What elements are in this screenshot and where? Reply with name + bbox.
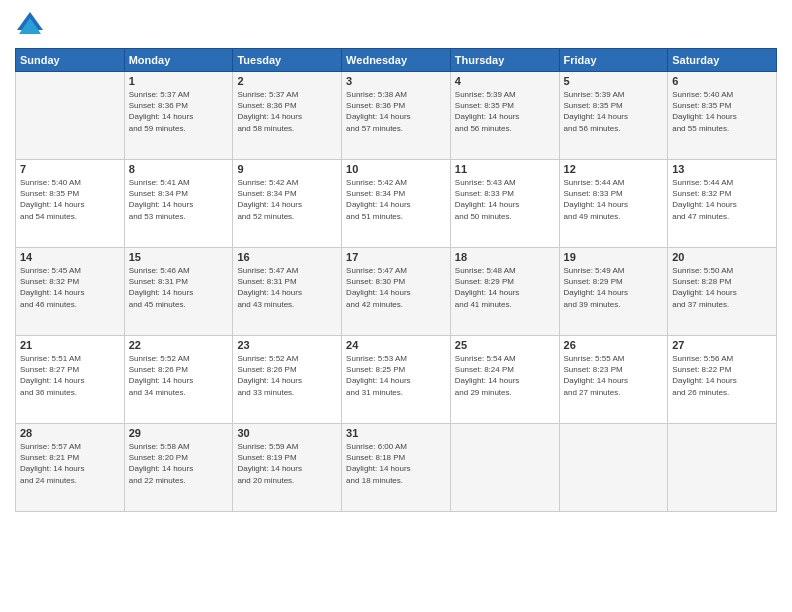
week-row-2: 7Sunrise: 5:40 AM Sunset: 8:35 PM Daylig…: [16, 160, 777, 248]
weekday-tuesday: Tuesday: [233, 49, 342, 72]
weekday-monday: Monday: [124, 49, 233, 72]
day-number: 21: [20, 339, 120, 351]
day-number: 12: [564, 163, 664, 175]
day-info: Sunrise: 5:37 AM Sunset: 8:36 PM Dayligh…: [237, 89, 337, 134]
day-number: 24: [346, 339, 446, 351]
weekday-sunday: Sunday: [16, 49, 125, 72]
day-info: Sunrise: 5:55 AM Sunset: 8:23 PM Dayligh…: [564, 353, 664, 398]
day-info: Sunrise: 5:39 AM Sunset: 8:35 PM Dayligh…: [564, 89, 664, 134]
weekday-saturday: Saturday: [668, 49, 777, 72]
day-number: 7: [20, 163, 120, 175]
day-info: Sunrise: 5:47 AM Sunset: 8:31 PM Dayligh…: [237, 265, 337, 310]
weekday-wednesday: Wednesday: [342, 49, 451, 72]
day-number: 9: [237, 163, 337, 175]
calendar-cell: [668, 424, 777, 512]
calendar-cell: 21Sunrise: 5:51 AM Sunset: 8:27 PM Dayli…: [16, 336, 125, 424]
calendar-cell: 29Sunrise: 5:58 AM Sunset: 8:20 PM Dayli…: [124, 424, 233, 512]
day-info: Sunrise: 5:50 AM Sunset: 8:28 PM Dayligh…: [672, 265, 772, 310]
logo-icon: [15, 10, 45, 40]
day-info: Sunrise: 5:56 AM Sunset: 8:22 PM Dayligh…: [672, 353, 772, 398]
weekday-thursday: Thursday: [450, 49, 559, 72]
calendar-cell: 2Sunrise: 5:37 AM Sunset: 8:36 PM Daylig…: [233, 72, 342, 160]
calendar-container: SundayMondayTuesdayWednesdayThursdayFrid…: [0, 0, 792, 612]
weekday-header-row: SundayMondayTuesdayWednesdayThursdayFrid…: [16, 49, 777, 72]
day-info: Sunrise: 5:40 AM Sunset: 8:35 PM Dayligh…: [20, 177, 120, 222]
day-number: 29: [129, 427, 229, 439]
calendar-cell: 6Sunrise: 5:40 AM Sunset: 8:35 PM Daylig…: [668, 72, 777, 160]
day-info: Sunrise: 5:59 AM Sunset: 8:19 PM Dayligh…: [237, 441, 337, 486]
calendar-cell: 17Sunrise: 5:47 AM Sunset: 8:30 PM Dayli…: [342, 248, 451, 336]
calendar-cell: 11Sunrise: 5:43 AM Sunset: 8:33 PM Dayli…: [450, 160, 559, 248]
day-info: Sunrise: 5:47 AM Sunset: 8:30 PM Dayligh…: [346, 265, 446, 310]
week-row-3: 14Sunrise: 5:45 AM Sunset: 8:32 PM Dayli…: [16, 248, 777, 336]
logo: [15, 10, 49, 40]
calendar-cell: 27Sunrise: 5:56 AM Sunset: 8:22 PM Dayli…: [668, 336, 777, 424]
day-number: 5: [564, 75, 664, 87]
day-number: 1: [129, 75, 229, 87]
day-number: 15: [129, 251, 229, 263]
day-info: Sunrise: 5:42 AM Sunset: 8:34 PM Dayligh…: [346, 177, 446, 222]
day-info: Sunrise: 5:41 AM Sunset: 8:34 PM Dayligh…: [129, 177, 229, 222]
day-info: Sunrise: 5:44 AM Sunset: 8:32 PM Dayligh…: [672, 177, 772, 222]
day-number: 25: [455, 339, 555, 351]
day-number: 19: [564, 251, 664, 263]
calendar-cell: 5Sunrise: 5:39 AM Sunset: 8:35 PM Daylig…: [559, 72, 668, 160]
calendar-cell: 26Sunrise: 5:55 AM Sunset: 8:23 PM Dayli…: [559, 336, 668, 424]
calendar-cell: 4Sunrise: 5:39 AM Sunset: 8:35 PM Daylig…: [450, 72, 559, 160]
day-number: 6: [672, 75, 772, 87]
day-number: 13: [672, 163, 772, 175]
calendar-cell: 20Sunrise: 5:50 AM Sunset: 8:28 PM Dayli…: [668, 248, 777, 336]
day-info: Sunrise: 5:38 AM Sunset: 8:36 PM Dayligh…: [346, 89, 446, 134]
day-info: Sunrise: 5:52 AM Sunset: 8:26 PM Dayligh…: [237, 353, 337, 398]
calendar-table: SundayMondayTuesdayWednesdayThursdayFrid…: [15, 48, 777, 512]
day-number: 17: [346, 251, 446, 263]
calendar-cell: 3Sunrise: 5:38 AM Sunset: 8:36 PM Daylig…: [342, 72, 451, 160]
calendar-cell: 8Sunrise: 5:41 AM Sunset: 8:34 PM Daylig…: [124, 160, 233, 248]
day-info: Sunrise: 5:52 AM Sunset: 8:26 PM Dayligh…: [129, 353, 229, 398]
day-info: Sunrise: 5:42 AM Sunset: 8:34 PM Dayligh…: [237, 177, 337, 222]
calendar-cell: 30Sunrise: 5:59 AM Sunset: 8:19 PM Dayli…: [233, 424, 342, 512]
calendar-cell: 15Sunrise: 5:46 AM Sunset: 8:31 PM Dayli…: [124, 248, 233, 336]
day-number: 20: [672, 251, 772, 263]
day-info: Sunrise: 5:40 AM Sunset: 8:35 PM Dayligh…: [672, 89, 772, 134]
calendar-cell: 25Sunrise: 5:54 AM Sunset: 8:24 PM Dayli…: [450, 336, 559, 424]
calendar-cell: [16, 72, 125, 160]
day-number: 14: [20, 251, 120, 263]
week-row-1: 1Sunrise: 5:37 AM Sunset: 8:36 PM Daylig…: [16, 72, 777, 160]
day-number: 27: [672, 339, 772, 351]
calendar-cell: 12Sunrise: 5:44 AM Sunset: 8:33 PM Dayli…: [559, 160, 668, 248]
day-info: Sunrise: 5:44 AM Sunset: 8:33 PM Dayligh…: [564, 177, 664, 222]
header: [15, 10, 777, 40]
week-row-5: 28Sunrise: 5:57 AM Sunset: 8:21 PM Dayli…: [16, 424, 777, 512]
day-number: 30: [237, 427, 337, 439]
day-info: Sunrise: 5:45 AM Sunset: 8:32 PM Dayligh…: [20, 265, 120, 310]
day-info: Sunrise: 5:49 AM Sunset: 8:29 PM Dayligh…: [564, 265, 664, 310]
calendar-cell: 9Sunrise: 5:42 AM Sunset: 8:34 PM Daylig…: [233, 160, 342, 248]
calendar-cell: 22Sunrise: 5:52 AM Sunset: 8:26 PM Dayli…: [124, 336, 233, 424]
day-info: Sunrise: 5:37 AM Sunset: 8:36 PM Dayligh…: [129, 89, 229, 134]
calendar-cell: 7Sunrise: 5:40 AM Sunset: 8:35 PM Daylig…: [16, 160, 125, 248]
calendar-cell: 23Sunrise: 5:52 AM Sunset: 8:26 PM Dayli…: [233, 336, 342, 424]
day-number: 2: [237, 75, 337, 87]
day-info: Sunrise: 5:48 AM Sunset: 8:29 PM Dayligh…: [455, 265, 555, 310]
day-info: Sunrise: 5:43 AM Sunset: 8:33 PM Dayligh…: [455, 177, 555, 222]
day-info: Sunrise: 6:00 AM Sunset: 8:18 PM Dayligh…: [346, 441, 446, 486]
day-number: 22: [129, 339, 229, 351]
day-number: 11: [455, 163, 555, 175]
day-info: Sunrise: 5:57 AM Sunset: 8:21 PM Dayligh…: [20, 441, 120, 486]
day-info: Sunrise: 5:58 AM Sunset: 8:20 PM Dayligh…: [129, 441, 229, 486]
day-number: 28: [20, 427, 120, 439]
day-number: 3: [346, 75, 446, 87]
day-info: Sunrise: 5:51 AM Sunset: 8:27 PM Dayligh…: [20, 353, 120, 398]
day-number: 23: [237, 339, 337, 351]
day-number: 16: [237, 251, 337, 263]
calendar-cell: 19Sunrise: 5:49 AM Sunset: 8:29 PM Dayli…: [559, 248, 668, 336]
day-number: 4: [455, 75, 555, 87]
weekday-friday: Friday: [559, 49, 668, 72]
calendar-cell: 14Sunrise: 5:45 AM Sunset: 8:32 PM Dayli…: [16, 248, 125, 336]
calendar-cell: 28Sunrise: 5:57 AM Sunset: 8:21 PM Dayli…: [16, 424, 125, 512]
week-row-4: 21Sunrise: 5:51 AM Sunset: 8:27 PM Dayli…: [16, 336, 777, 424]
calendar-cell: 18Sunrise: 5:48 AM Sunset: 8:29 PM Dayli…: [450, 248, 559, 336]
calendar-cell: 13Sunrise: 5:44 AM Sunset: 8:32 PM Dayli…: [668, 160, 777, 248]
calendar-cell: 1Sunrise: 5:37 AM Sunset: 8:36 PM Daylig…: [124, 72, 233, 160]
